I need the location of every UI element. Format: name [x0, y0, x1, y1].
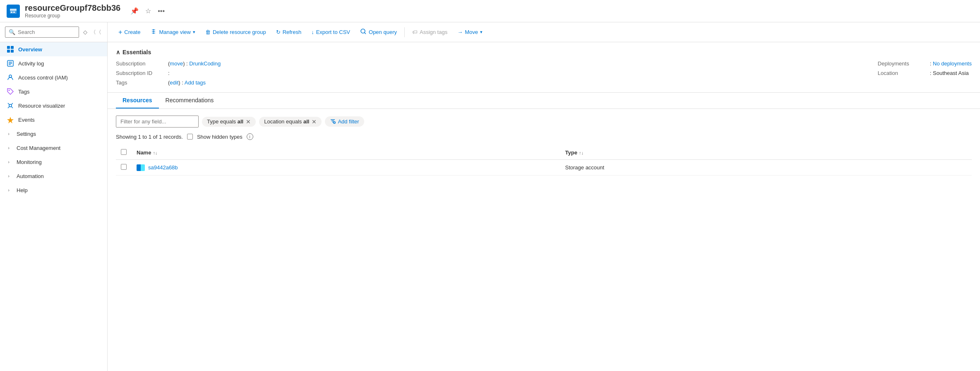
sidebar-item-label-tags: Tags — [18, 89, 29, 95]
row-name-cell: sa9442a68b — [132, 160, 560, 176]
svg-rect-1 — [10, 9, 17, 11]
more-options-button[interactable]: ••• — [156, 6, 166, 17]
refresh-button[interactable]: ↻ Refresh — [272, 26, 306, 38]
essentials-title: Essentials — [122, 49, 151, 55]
sidebar-item-monitoring[interactable]: › Monitoring — [0, 155, 107, 169]
resource-visualizer-icon — [7, 102, 14, 109]
search-input[interactable] — [18, 29, 75, 35]
sidebar-item-tags[interactable]: Tags — [0, 84, 107, 99]
svg-rect-6 — [7, 50, 10, 53]
sidebar-item-resource-visualizer[interactable]: Resource visualizer — [0, 99, 107, 113]
automation-chevron-icon: › — [5, 172, 12, 180]
row-type-cell: Storage account — [560, 160, 972, 176]
sidebar-search-container: 🔍 ◇ 〈〈 — [0, 22, 107, 42]
sidebar-item-help[interactable]: › Help — [0, 183, 107, 197]
type-filter-close[interactable]: ✕ — [246, 118, 251, 125]
location-value: : Southeast Asia — [930, 70, 969, 76]
table-header: Name ↑↓ Type ↑↓ — [116, 146, 972, 160]
main-content: + Create Manage view ▾ 🗑 Delete resource… — [108, 22, 980, 371]
sidebar-item-settings[interactable]: › Settings — [0, 127, 107, 141]
sidebar: 🔍 ◇ 〈〈 Overview Activity log — [0, 22, 108, 371]
sidebar-item-label-overview: Overview — [18, 46, 42, 53]
events-icon — [7, 116, 14, 123]
svg-point-13 — [9, 90, 10, 91]
export-icon: ↓ — [311, 29, 314, 35]
export-csv-button[interactable]: ↓ Export to CSV — [307, 26, 354, 38]
select-all-header — [116, 146, 132, 160]
collapse-icon-btn[interactable]: 〈〈 — [90, 28, 102, 37]
svg-line-16 — [11, 103, 13, 105]
sidebar-item-label-resource-visualizer: Resource visualizer — [18, 103, 65, 109]
resources-table: Name ↑↓ Type ↑↓ — [116, 146, 972, 176]
svg-marker-19 — [7, 117, 14, 123]
toolbar-separator — [404, 27, 405, 37]
select-all-checkbox[interactable] — [121, 149, 127, 155]
tab-recommendations[interactable]: Recommendations — [159, 93, 221, 108]
deployments-label: Deployments — [878, 60, 927, 67]
header-title-block: resourceGroupf78cbb36 Resource group — [25, 3, 120, 19]
add-tags-link[interactable]: Add tags — [185, 80, 206, 86]
subscription-label: Subscription — [116, 60, 166, 67]
search-icon: 🔍 — [9, 29, 15, 35]
resources-section: Type equals all ✕ Location equals all ✕ — [108, 109, 980, 182]
subscription-move-link[interactable]: move — [170, 60, 183, 67]
sidebar-item-activity-log[interactable]: Activity log — [0, 56, 107, 70]
manage-view-button[interactable]: Manage view ▾ — [146, 26, 199, 39]
sidebar-item-label-help: Help — [17, 187, 28, 193]
resource-group-subtitle: Resource group — [25, 13, 120, 19]
table-row: sa9442a68b Storage account — [116, 160, 972, 176]
sidebar-item-events[interactable]: Events — [0, 113, 107, 127]
diamond-icon-btn[interactable]: ◇ — [82, 28, 88, 36]
location-filter-label: Location equals all — [264, 118, 309, 125]
location-filter-tag: Location equals all ✕ — [259, 117, 322, 127]
sidebar-item-cost-management[interactable]: › Cost Management — [0, 141, 107, 155]
svg-line-17 — [8, 106, 10, 108]
show-hidden-types-checkbox[interactable] — [187, 134, 193, 140]
open-query-button[interactable]: Open query — [356, 26, 401, 39]
content-toolbar: + Create Manage view ▾ 🗑 Delete resource… — [108, 22, 980, 42]
row-checkbox-cell — [116, 160, 132, 176]
svg-rect-7 — [11, 50, 14, 53]
resource-group-name: resourceGroupf78cbb36 — [25, 3, 120, 13]
assign-tags-button[interactable]: 🏷 Assign tags — [408, 26, 452, 38]
essentials-header[interactable]: ∧ Essentials — [116, 49, 972, 55]
sidebar-item-iam[interactable]: Access control (IAM) — [0, 70, 107, 84]
subscription-name-link[interactable]: DrunkCoding — [189, 60, 221, 67]
search-input-wrapper[interactable]: 🔍 — [5, 26, 79, 38]
move-chevron-icon: ▾ — [480, 29, 483, 35]
type-column-header[interactable]: Type ↑↓ — [560, 146, 972, 160]
create-button[interactable]: + Create — [114, 26, 144, 39]
move-button[interactable]: → Move ▾ — [453, 26, 487, 38]
name-column-header[interactable]: Name ↑↓ — [132, 146, 560, 160]
header-actions: 📌 ☆ ••• — [129, 5, 166, 17]
tab-resources[interactable]: Resources — [116, 93, 159, 108]
overview-icon — [7, 46, 14, 53]
tags-value: (edit) : Add tags — [168, 80, 206, 86]
essentials-grid: Subscription (move) : DrunkCoding Subscr… — [116, 60, 972, 86]
row-checkbox[interactable] — [121, 164, 127, 170]
sidebar-item-label-automation: Automation — [17, 173, 44, 179]
search-extra-icons: ◇ 〈〈 — [82, 28, 102, 37]
type-sort-icon: ↑↓ — [579, 150, 584, 155]
resource-name-link[interactable]: sa9442a68b — [148, 164, 178, 171]
essentials-collapse-icon: ∧ — [116, 49, 120, 55]
main-layout: 🔍 ◇ 〈〈 Overview Activity log — [0, 22, 980, 371]
subscription-value: (move) : DrunkCoding — [168, 60, 221, 67]
show-hidden-info-icon[interactable]: i — [247, 133, 253, 140]
sidebar-item-automation[interactable]: › Automation — [0, 169, 107, 183]
location-filter-close[interactable]: ✕ — [312, 118, 317, 125]
type-filter-label: Type equals all — [207, 118, 243, 125]
sidebar-item-overview[interactable]: Overview — [0, 42, 107, 56]
deployments-link[interactable]: No deployments — [933, 60, 972, 67]
svg-rect-3 — [13, 12, 15, 13]
tags-edit-link[interactable]: edit — [170, 80, 178, 86]
pin-button[interactable]: 📌 — [129, 5, 140, 17]
favorite-button[interactable]: ☆ — [144, 5, 153, 17]
type-filter-tag: Type equals all ✕ — [202, 117, 256, 127]
manage-view-icon — [150, 28, 157, 36]
delete-button[interactable]: 🗑 Delete resource group — [201, 26, 270, 38]
add-filter-button[interactable]: Add filter — [325, 116, 364, 127]
cost-mgmt-chevron-icon: › — [5, 144, 12, 152]
filter-input[interactable] — [116, 116, 199, 128]
svg-rect-2 — [11, 12, 12, 13]
